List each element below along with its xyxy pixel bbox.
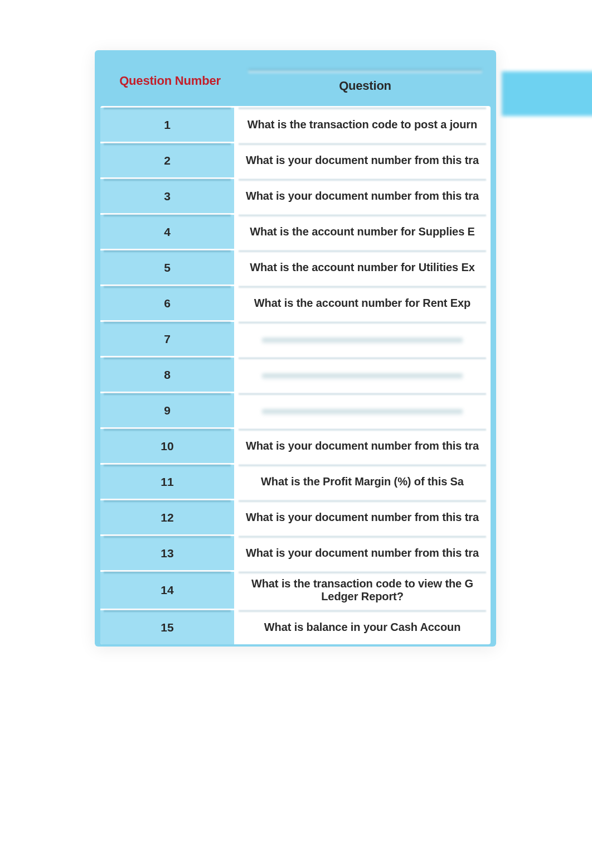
- table-row: 14 What is the transaction code to view …: [100, 570, 491, 609]
- cell-question-text: What is balance in your Cash Accoun: [234, 610, 491, 644]
- cell-question-number: 14: [100, 572, 234, 609]
- cell-question-number: 12: [100, 500, 234, 534]
- cell-question-number: 3: [100, 179, 234, 213]
- cell-question-text: What is the account number for Rent Exp: [234, 286, 491, 320]
- cell-question-text: What is your document number from this t…: [234, 143, 491, 177]
- table-body: 1 What is the transaction code to post a…: [100, 106, 491, 644]
- cell-question-text: What is the account number for Supplies …: [234, 215, 491, 249]
- cell-question-number: 8: [100, 358, 234, 392]
- cell-question-text: What is your document number from this t…: [234, 500, 491, 534]
- cell-question-number: 2: [100, 143, 234, 177]
- cell-question-number: 4: [100, 215, 234, 249]
- cell-question-text: What is the account number for Utilities…: [234, 250, 491, 284]
- cell-question-number: 5: [100, 250, 234, 284]
- table-row: 11 What is the Profit Margin (%) of this…: [100, 463, 491, 499]
- cell-question-number: 9: [100, 393, 234, 427]
- table-row: 7: [100, 320, 491, 356]
- cell-question-number: 13: [100, 536, 234, 570]
- blurred-placeholder: [262, 374, 463, 379]
- cell-question-number: 1: [100, 108, 234, 142]
- cell-question-number: 10: [100, 429, 234, 463]
- cell-question-text: [234, 393, 491, 427]
- header-blur-decor: [248, 69, 482, 73]
- cell-question-number: 15: [100, 610, 234, 644]
- table-row: 2 What is your document number from this…: [100, 142, 491, 177]
- table-row: 10 What is your document number from thi…: [100, 427, 491, 463]
- table-row: 8: [100, 356, 491, 392]
- table-row: 9: [100, 392, 491, 427]
- questions-table: Question Number Question 1 What is the t…: [95, 50, 496, 647]
- side-decorative-strip: [502, 71, 592, 116]
- table-row: 4 What is the account number for Supplie…: [100, 213, 491, 249]
- table-row: 15 What is balance in your Cash Accoun: [100, 609, 491, 644]
- header-question-label: Question: [339, 79, 391, 93]
- cell-question-text: What is your document number from this t…: [234, 429, 491, 463]
- table-row: 6 What is the account number for Rent Ex…: [100, 284, 491, 320]
- cell-question-text: What is your document number from this t…: [234, 179, 491, 213]
- page-container: Question Number Question 1 What is the t…: [0, 0, 592, 647]
- table-row: 13 What is your document number from thi…: [100, 534, 491, 570]
- cell-question-text: [234, 358, 491, 392]
- cell-question-text: What is the Profit Margin (%) of this Sa: [234, 465, 491, 499]
- cell-question-text: [234, 322, 491, 356]
- cell-question-number: 7: [100, 322, 234, 356]
- table-row: 5 What is the account number for Utiliti…: [100, 249, 491, 284]
- blurred-placeholder: [262, 338, 463, 344]
- table-row: 1 What is the transaction code to post a…: [100, 106, 491, 142]
- cell-question-text: What is your document number from this t…: [234, 536, 491, 570]
- table-row: 3 What is your document number from this…: [100, 177, 491, 213]
- cell-question-number: 11: [100, 465, 234, 499]
- cell-question-text: What is the transaction code to post a j…: [234, 108, 491, 142]
- cell-question-text: What is the transaction code to view the…: [234, 572, 491, 609]
- header-question: Question: [240, 69, 491, 93]
- table-row: 12 What is your document number from thi…: [100, 499, 491, 534]
- blurred-placeholder: [262, 409, 463, 415]
- header-question-number: Question Number: [100, 74, 240, 88]
- cell-question-number: 6: [100, 286, 234, 320]
- table-header-row: Question Number Question: [100, 56, 491, 106]
- table-wrapper: Question Number Question 1 What is the t…: [95, 50, 592, 647]
